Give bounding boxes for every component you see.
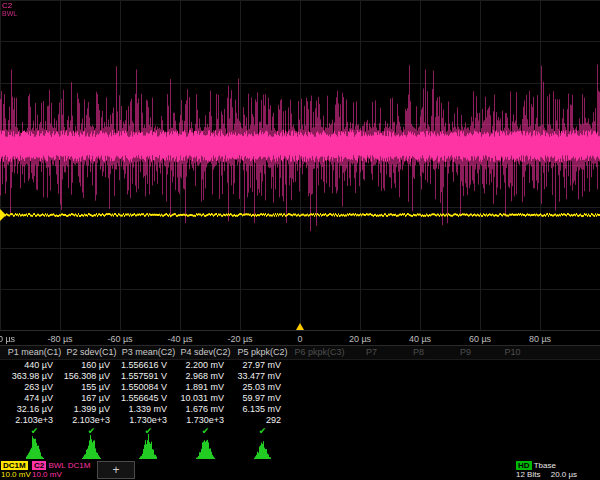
meas-value <box>489 415 536 426</box>
measurement-table: P1 mean(C1)P2 sdev(C1)P3 mean(C2)P4 sdev… <box>0 345 600 437</box>
time-axis: -100 µs-80 µs-60 µs-40 µs-20 µs020 µs40 … <box>0 333 600 345</box>
meas-header-p5[interactable]: P5 pkpk(C2) <box>234 346 291 359</box>
tbase-label: Tbase <box>534 461 556 470</box>
meas-value: 1.339 mV <box>120 404 177 415</box>
meas-header-p8[interactable]: P8 <box>395 346 442 359</box>
meas-value <box>442 393 489 404</box>
c1-coupling-badge: DC1M <box>1 461 28 470</box>
c2-scale: 10.0 mV <box>32 470 94 479</box>
add-trace-button[interactable]: + <box>97 461 135 479</box>
meas-value: 2.968 mV <box>177 371 234 382</box>
meas-value: 474 µV <box>6 393 63 404</box>
meas-header-p1[interactable]: P1 mean(C1) <box>6 346 63 359</box>
meas-value <box>395 382 442 393</box>
meas-header-p6[interactable]: P6 pkpk(C3) <box>291 346 348 359</box>
meas-row: 474 µV167 µV1.556645 V10.031 mV59.97 mV <box>0 393 600 404</box>
meas-value: 363.98 µV <box>6 371 63 382</box>
meas-value <box>348 393 395 404</box>
meas-value <box>442 404 489 415</box>
meas-value: 27.97 mV <box>234 360 291 371</box>
meas-value: 1.556645 V <box>120 393 177 404</box>
histicon-canvas <box>0 434 600 460</box>
meas-value <box>395 415 442 426</box>
meas-value: 1.730e+3 <box>120 415 177 426</box>
meas-value: 167 µV <box>63 393 120 404</box>
c2-bwl-label: BWL <box>48 461 65 470</box>
meas-row: 263 µV155 µV1.550084 V1.891 mV25.03 mV <box>0 382 600 393</box>
time-axis-label: -100 µs <box>0 333 15 345</box>
c2-trace-label-line2: BWL <box>2 10 17 18</box>
meas-value <box>291 415 348 426</box>
meas-row: 2.103e+32.103e+31.730e+31.730e+3292 <box>0 415 600 426</box>
meas-value <box>442 382 489 393</box>
histicon-strip <box>0 434 600 460</box>
meas-value <box>348 360 395 371</box>
tbase-bits: 12 Bits <box>516 470 540 479</box>
meas-value <box>442 371 489 382</box>
time-axis-label: -20 µs <box>227 333 252 345</box>
meas-value: 1.676 mV <box>177 404 234 415</box>
meas-value <box>489 393 536 404</box>
meas-value: 2.200 mV <box>177 360 234 371</box>
c2-trace-label-line1: C2 <box>2 2 17 10</box>
meas-value <box>291 393 348 404</box>
meas-value <box>291 371 348 382</box>
c2-coupling-label: DC1M <box>68 461 91 470</box>
meas-value: 33.477 mV <box>234 371 291 382</box>
hd-badge: HD <box>516 461 532 470</box>
meas-header-p3[interactable]: P3 mean(C2) <box>120 346 177 359</box>
meas-value: 160 µV <box>63 360 120 371</box>
meas-value <box>395 371 442 382</box>
meas-value: 1.556616 V <box>120 360 177 371</box>
meas-header-p7[interactable]: P7 <box>348 346 395 359</box>
meas-value: 59.97 mV <box>234 393 291 404</box>
meas-value: 1.730e+3 <box>177 415 234 426</box>
waveform-canvas <box>0 0 600 331</box>
time-axis-label: -80 µs <box>47 333 72 345</box>
meas-value: 440 µV <box>6 360 63 371</box>
time-axis-label: 0 <box>297 333 302 345</box>
meas-value <box>348 404 395 415</box>
meas-header-p2[interactable]: P2 sdev(C1) <box>63 346 120 359</box>
meas-value: 156.308 µV <box>63 371 120 382</box>
meas-value: 32.16 µV <box>6 404 63 415</box>
meas-value <box>348 415 395 426</box>
meas-value: 155 µV <box>63 382 120 393</box>
meas-value: 1.399 µV <box>63 404 120 415</box>
meas-value: 1.891 mV <box>177 382 234 393</box>
time-axis-label: 40 µs <box>409 333 431 345</box>
c2-trace-label: C2 BWL <box>2 2 17 18</box>
meas-value <box>489 404 536 415</box>
meas-value <box>395 393 442 404</box>
c2-descriptor[interactable]: C2 BWL DC1M 10.0 mV <box>32 461 94 479</box>
tbase-scale: 20.0 µs <box>551 470 577 479</box>
meas-value <box>489 360 536 371</box>
meas-header-p10[interactable]: P10 <box>489 346 536 359</box>
meas-value <box>395 404 442 415</box>
meas-value: 1.557591 V <box>120 371 177 382</box>
meas-value <box>489 382 536 393</box>
time-axis-label: 60 µs <box>469 333 491 345</box>
meas-header-p4[interactable]: P4 sdev(C2) <box>177 346 234 359</box>
meas-header-p9[interactable]: P9 <box>442 346 489 359</box>
meas-row: 32.16 µV1.399 µV1.339 mV1.676 mV6.135 mV <box>0 404 600 415</box>
meas-row: 440 µV160 µV1.556616 V2.200 mV27.97 mV <box>0 360 600 371</box>
meas-value <box>489 371 536 382</box>
timebase-descriptor[interactable]: HD Tbase 12 Bits 20.0 µs <box>516 461 600 479</box>
c1-scale: 10.0 mV <box>1 470 29 479</box>
status-bar: DC1M 10.0 mV C2 BWL DC1M 10.0 mV + HD Tb… <box>0 461 600 480</box>
time-axis-label: 80 µs <box>529 333 551 345</box>
meas-value: 2.103e+3 <box>6 415 63 426</box>
meas-value <box>291 360 348 371</box>
c1-descriptor[interactable]: DC1M 10.0 mV <box>1 461 29 479</box>
meas-value <box>442 360 489 371</box>
meas-value: 25.03 mV <box>234 382 291 393</box>
time-axis-label: 20 µs <box>349 333 371 345</box>
meas-value: 292 <box>234 415 291 426</box>
meas-value: 2.103e+3 <box>63 415 120 426</box>
meas-value <box>395 360 442 371</box>
meas-value: 263 µV <box>6 382 63 393</box>
waveform-grid[interactable]: C2 BWL <box>0 0 600 331</box>
meas-value <box>442 415 489 426</box>
meas-value <box>348 382 395 393</box>
